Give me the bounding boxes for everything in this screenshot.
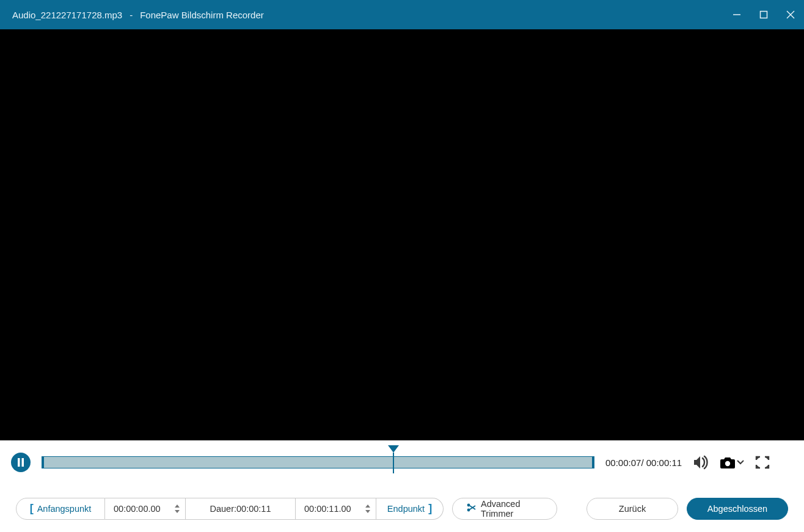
- pause-button[interactable]: [11, 453, 31, 472]
- fullscreen-icon: [755, 456, 770, 469]
- svg-rect-4: [18, 458, 20, 467]
- chevron-down-icon: [737, 459, 744, 465]
- trim-controls: [ Anfangspunkt 00:00:00.00 Dauer:00:00:1…: [16, 498, 444, 520]
- snapshot-button[interactable]: [720, 456, 744, 469]
- start-time-down[interactable]: [174, 509, 180, 514]
- action-bar: [ Anfangspunkt 00:00:00.00 Dauer:00:00:1…: [0, 484, 804, 532]
- start-time-up[interactable]: [174, 503, 180, 508]
- svg-rect-5: [22, 458, 24, 467]
- minimize-button[interactable]: [723, 0, 750, 29]
- close-button[interactable]: [777, 0, 804, 29]
- done-label: Abgeschlossen: [707, 504, 767, 514]
- title-separator: -: [127, 10, 135, 20]
- minimize-icon: [733, 10, 741, 19]
- close-icon: [786, 10, 795, 19]
- start-time-spinner: [174, 503, 180, 514]
- bracket-left-icon: [: [30, 502, 34, 515]
- app-window: Audio_221227171728.mp3 - FonePaw Bildsch…: [0, 0, 804, 532]
- time-display: 00:00:07/ 00:00:11: [605, 457, 682, 468]
- duration-label: Dauer:: [210, 504, 237, 514]
- volume-button[interactable]: [693, 455, 709, 470]
- title-filename: Audio_221227171728.mp3: [12, 10, 122, 20]
- end-time-spinner: [365, 503, 371, 514]
- playhead[interactable]: [388, 445, 399, 473]
- start-label: Anfangspunkt: [37, 504, 92, 514]
- start-time-input[interactable]: 00:00:00.00: [105, 498, 186, 520]
- end-time-input[interactable]: 00:00:11.00: [296, 498, 376, 520]
- done-button[interactable]: Abgeschlossen: [687, 498, 788, 520]
- bracket-right-icon: ]: [428, 502, 432, 515]
- playback-bar: 00:00:07/ 00:00:11: [0, 440, 804, 484]
- window-controls: [723, 0, 804, 29]
- fullscreen-button[interactable]: [755, 456, 770, 469]
- advanced-trimmer-label: Advanced Trimmer: [481, 499, 543, 519]
- end-label: Endpunkt: [387, 504, 425, 514]
- duration-value: 00:00:11: [236, 504, 271, 514]
- svg-point-6: [725, 461, 730, 466]
- duration-display: Dauer:00:00:11: [186, 498, 296, 520]
- end-time-down[interactable]: [365, 509, 371, 514]
- svg-rect-1: [761, 12, 767, 18]
- playhead-line: [393, 453, 394, 473]
- set-start-button[interactable]: [ Anfangspunkt: [16, 498, 105, 520]
- title-appname: FonePaw Bildschirm Recorder: [140, 10, 264, 20]
- playhead-marker-icon: [388, 445, 399, 453]
- end-time-value: 00:00:11.00: [304, 504, 351, 514]
- end-time-up[interactable]: [365, 503, 371, 508]
- maximize-icon: [759, 10, 768, 19]
- set-end-button[interactable]: Endpunkt ]: [376, 498, 444, 520]
- back-label: Zurück: [619, 504, 646, 514]
- advanced-trimmer-button[interactable]: Advanced Trimmer: [452, 498, 557, 520]
- seek-track[interactable]: [42, 455, 594, 470]
- maximize-button[interactable]: [750, 0, 777, 29]
- camera-icon: [720, 456, 736, 469]
- volume-icon: [693, 455, 709, 470]
- pause-icon: [17, 458, 24, 467]
- titlebar-title: Audio_221227171728.mp3 - FonePaw Bildsch…: [12, 10, 264, 20]
- preview-viewport: [0, 29, 804, 440]
- titlebar: Audio_221227171728.mp3 - FonePaw Bildsch…: [0, 0, 804, 29]
- seek-track-bar: [42, 456, 594, 468]
- back-button[interactable]: Zurück: [587, 498, 678, 520]
- scissors-icon: [466, 503, 476, 514]
- start-time-value: 00:00:00.00: [114, 504, 161, 514]
